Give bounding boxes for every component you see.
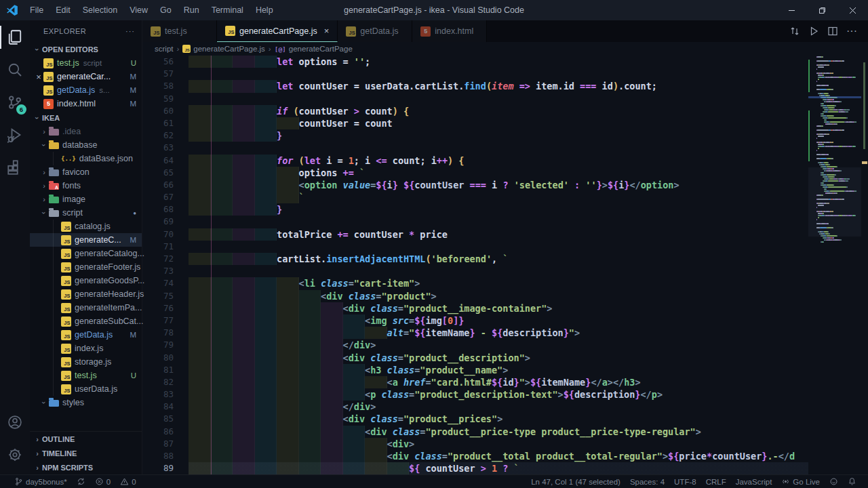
breadcrumb-item[interactable]: script: [155, 45, 173, 53]
status-spaces-4[interactable]: Spaces: 4: [625, 475, 669, 488]
status-sync[interactable]: [72, 475, 90, 488]
tree-item-index-js[interactable]: JSindex.js: [30, 342, 142, 355]
more-button[interactable]: ···: [842, 22, 861, 40]
tree-item--idea[interactable]: ›.idea: [30, 125, 142, 138]
code-pane[interactable]: 56let options = '';5758let countUser = u…: [142, 56, 808, 474]
overview-ruler[interactable]: [861, 56, 868, 474]
tree-item-catalog-js[interactable]: JScatalog.js: [30, 220, 142, 233]
tree-item-generateSubCat-[interactable]: JSgenerateSubCat...: [30, 314, 142, 328]
open-editor-index-html[interactable]: 5index.htmlM: [30, 97, 142, 110]
tree-item-generateCatalog-[interactable]: JSgenerateCatalog...: [30, 247, 142, 260]
status-day5bonus-[interactable]: day5bonus*: [9, 475, 72, 488]
code-line-77[interactable]: 77<img src=${img[0]}: [142, 314, 808, 327]
code-line-82[interactable]: 82<a href="card.html#${id}">${itemName}<…: [142, 376, 808, 388]
tree-item-getData-js[interactable]: JSgetData.jsM: [30, 328, 142, 342]
code-line-62[interactable]: 62}: [142, 129, 808, 142]
menu-selection[interactable]: Selection: [77, 0, 123, 20]
code-line-88[interactable]: 88<div class="product__total product__to…: [142, 450, 808, 462]
status-crlf[interactable]: CRLF: [701, 475, 731, 488]
project-section-header[interactable]: › IKEA: [30, 110, 142, 125]
tree-item-storage-js[interactable]: JSstorage.js: [30, 355, 142, 369]
section-npm-scripts[interactable]: ›NPM SCRIPTS: [30, 460, 142, 474]
section-timeline[interactable]: ›TIMELINE: [30, 446, 142, 460]
close-window-button[interactable]: [837, 0, 868, 20]
code-line-57[interactable]: 57: [142, 68, 808, 80]
code-line-69[interactable]: 69: [142, 216, 808, 228]
minimap[interactable]: [808, 56, 861, 474]
code-line-78[interactable]: 78alt="${itemName} - ${description}">: [142, 327, 808, 339]
code-line-66[interactable]: 66<option value=${i} ${countUser === i ?…: [142, 179, 808, 191]
status-bell[interactable]: [843, 475, 861, 488]
open-editor-test-js[interactable]: JStest.jsscriptU: [30, 56, 142, 70]
activitybar-run-debug[interactable]: [0, 119, 30, 150]
code-line-86[interactable]: 86<div class="product__price-type produc…: [142, 426, 808, 438]
code-line-83[interactable]: 83<p class="product_description-text">${…: [142, 388, 808, 401]
breadcrumb-item[interactable]: generateCartPage.js: [193, 45, 264, 53]
code-line-67[interactable]: 67`: [142, 191, 808, 203]
menu-file[interactable]: File: [24, 0, 50, 20]
code-line-76[interactable]: 76<div class="product__image-container">: [142, 302, 808, 314]
tree-item-favicon[interactable]: ›favicon: [30, 165, 142, 179]
tree-item-fonts[interactable]: ›Afonts: [30, 179, 142, 192]
menu-run[interactable]: Run: [178, 0, 205, 20]
code-line-65[interactable]: 65options += `: [142, 167, 808, 179]
code-area[interactable]: 56let options = '';5758let countUser = u…: [142, 56, 868, 474]
tree-item-generateHeader-js[interactable]: JSgenerateHeader.js: [30, 287, 142, 301]
code-line-74[interactable]: 74<li class="cart-item">: [142, 277, 808, 289]
code-line-72[interactable]: 72cartList.insertAdjacentHTML('beforeend…: [142, 253, 808, 265]
activitybar-extensions[interactable]: [0, 152, 30, 183]
tree-item-generateGoodsP-[interactable]: JSgenerateGoodsP...: [30, 274, 142, 287]
code-line-73[interactable]: 73: [142, 265, 808, 277]
tree-item-generateFooter-js[interactable]: JSgenerateFooter.js: [30, 260, 142, 274]
code-line-81[interactable]: 81<h3 class="product__name">: [142, 364, 808, 376]
status-ln-47-col-1-47-selected-[interactable]: Ln 47, Col 1 (47 selected): [526, 475, 625, 488]
open-editor-getData-js[interactable]: JSgetData.jss...M: [30, 83, 142, 97]
tree-item-image[interactable]: ›image: [30, 192, 142, 206]
code-line-58[interactable]: 58let countUser = userData.cartList.find…: [142, 80, 808, 92]
code-line-80[interactable]: 80<div class="product__description">: [142, 352, 808, 364]
status-feedback[interactable]: [825, 475, 843, 488]
tab-index-html[interactable]: 5index.html: [412, 20, 487, 42]
open-editor-generateCar-[interactable]: ×JSgenerateCar...M: [30, 70, 142, 83]
run-button[interactable]: [804, 22, 823, 40]
tree-item-styles[interactable]: ›styles: [30, 396, 142, 409]
code-line-56[interactable]: 56let options = '';: [142, 56, 808, 68]
code-line-60[interactable]: 60if (countUser > count) {: [142, 105, 808, 117]
code-line-64[interactable]: 64for (let i = 1; i <= count; i++) {: [142, 155, 808, 167]
code-line-85[interactable]: 85<div class="product__prices">: [142, 413, 808, 425]
tab-generateCartPage-js[interactable]: JSgenerateCartPage.js×: [217, 20, 338, 42]
tab-test-js[interactable]: JStest.js: [142, 20, 217, 42]
tree-item-generateC-[interactable]: JSgenerateC...M: [30, 233, 142, 247]
status-0[interactable]: 0: [90, 475, 115, 488]
activitybar-settings[interactable]: [0, 439, 30, 470]
menu-help[interactable]: Help: [250, 0, 279, 20]
code-line-61[interactable]: 61countUser = count: [142, 117, 808, 129]
code-line-71[interactable]: 71: [142, 241, 808, 253]
code-line-63[interactable]: 63: [142, 142, 808, 154]
status-0[interactable]: 0: [115, 475, 140, 488]
activitybar-explorer[interactable]: [0, 22, 30, 53]
status-utf-8[interactable]: UTF-8: [669, 475, 701, 488]
activitybar-search[interactable]: [0, 54, 30, 85]
compare-changes-button[interactable]: [785, 22, 804, 40]
open-editors-section-header[interactable]: › OPEN EDITORS: [30, 42, 142, 56]
code-line-87[interactable]: 87<div>: [142, 438, 808, 450]
tree-item-dataBase-json[interactable]: {..}dataBase.json: [30, 152, 142, 165]
close-editor-icon[interactable]: ×: [34, 72, 43, 82]
close-tab-icon[interactable]: ×: [324, 26, 330, 36]
tree-item-test-js[interactable]: JStest.jsU: [30, 369, 142, 382]
code-line-68[interactable]: 68}: [142, 203, 808, 216]
code-line-89[interactable]: 89${ countUser > 1 ? `: [142, 462, 808, 474]
code-line-84[interactable]: 84</div>: [142, 401, 808, 413]
status-javascript[interactable]: JavaScript: [731, 475, 777, 488]
code-line-75[interactable]: 75<div class="product">: [142, 290, 808, 302]
menu-edit[interactable]: Edit: [50, 0, 77, 20]
minimize-button[interactable]: [776, 0, 807, 20]
code-line-59[interactable]: 59: [142, 93, 808, 105]
tab-getData-js[interactable]: JSgetData.js: [338, 20, 412, 42]
tree-item-database[interactable]: ›database: [30, 138, 142, 152]
tree-item-userData-js[interactable]: JSuserData.js: [30, 382, 142, 396]
breadcrumb-item[interactable]: generateCartPage: [289, 45, 353, 53]
tree-item-script[interactable]: ›script●: [30, 206, 142, 220]
status-go-live[interactable]: Go Live: [776, 475, 825, 488]
